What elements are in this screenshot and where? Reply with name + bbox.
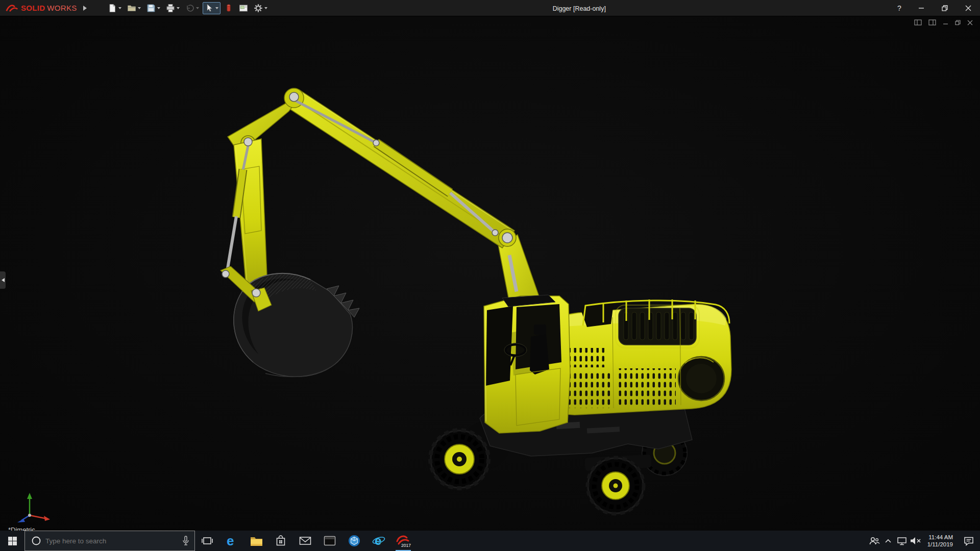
- open-document-button[interactable]: [125, 2, 143, 14]
- windows-taskbar: e e: [0, 531, 980, 551]
- dropdown-caret-icon[interactable]: [118, 7, 121, 9]
- new-document-icon: [108, 4, 117, 13]
- restore-button[interactable]: [933, 0, 957, 16]
- taskbar-app-window[interactable]: [317, 531, 342, 551]
- save-button[interactable]: [144, 2, 162, 14]
- document-title: Digger [Read-only]: [553, 5, 606, 12]
- drawing-sheet-icon: [239, 4, 248, 13]
- brand-text-works: WORKS: [47, 4, 77, 12]
- upper-body[interactable]: [542, 299, 731, 415]
- chevron-left-icon: [1, 278, 5, 283]
- select-cursor-icon: [205, 4, 214, 13]
- close-icon: [965, 5, 971, 11]
- cortana-circle-icon: [31, 536, 41, 546]
- minimize-icon: [943, 20, 948, 26]
- system-tray: 11:44 AM 1/11/2019: [868, 531, 980, 551]
- clock-date: 1/11/2019: [927, 541, 953, 548]
- svg-text:2017: 2017: [401, 543, 411, 548]
- open-folder-icon: [127, 4, 136, 13]
- dropdown-caret-icon[interactable]: [196, 7, 199, 9]
- front-wheel[interactable]: [428, 428, 491, 490]
- taskbar-app-edge[interactable]: e: [219, 531, 244, 551]
- task-view-button[interactable]: [195, 531, 219, 551]
- split-pane-right-icon: [928, 19, 936, 26]
- action-center-button[interactable]: [958, 531, 980, 551]
- dropdown-caret-icon[interactable]: [177, 7, 180, 9]
- gear-icon: [254, 4, 263, 13]
- task-view-icon: [202, 536, 213, 545]
- internet-explorer-icon: e: [372, 534, 386, 548]
- taskbar-clock[interactable]: 11:44 AM 1/11/2019: [923, 534, 958, 548]
- minimize-button[interactable]: [910, 0, 933, 16]
- undo-arrow-icon: [185, 4, 194, 13]
- printer-icon: [166, 4, 175, 13]
- mail-icon: [299, 536, 311, 545]
- solidworks-logo: SOLIDWORKS: [0, 4, 80, 13]
- search-input[interactable]: [45, 537, 177, 545]
- cab[interactable]: [484, 295, 570, 433]
- rear-wheel[interactable]: [586, 456, 645, 515]
- edge-icon: e: [225, 534, 239, 548]
- graphics-area[interactable]: *Dimetric: [0, 16, 980, 531]
- clock-time: 11:44 AM: [928, 534, 953, 541]
- volume-muted-icon: [910, 536, 922, 545]
- start-button[interactable]: [0, 531, 24, 551]
- menu-expand-arrow-icon[interactable]: [80, 5, 92, 11]
- engine-hood-ribs: [624, 312, 694, 340]
- svg-text:e: e: [227, 534, 234, 548]
- print-button[interactable]: [164, 2, 182, 14]
- dropdown-caret-icon[interactable]: [138, 7, 141, 9]
- viewport-flyout-tab[interactable]: [0, 271, 6, 289]
- taskbar-app-3d-viewer[interactable]: [342, 531, 366, 551]
- taskbar-app-mail[interactable]: [293, 531, 317, 551]
- dropdown-caret-icon[interactable]: [264, 7, 267, 9]
- split-pane-right-button[interactable]: [928, 19, 936, 26]
- 3d-viewer-icon: [348, 535, 360, 547]
- split-pane-left-button[interactable]: [914, 19, 922, 26]
- 3d-model-canvas[interactable]: [0, 16, 980, 531]
- drawing-sheet-button[interactable]: [237, 2, 250, 14]
- people-icon: [869, 536, 880, 545]
- close-button[interactable]: [957, 0, 980, 16]
- orientation-triad: [11, 490, 54, 523]
- taskbar-app-store[interactable]: [268, 531, 293, 551]
- windows-logo-icon: [8, 537, 17, 545]
- app-window-icon: [324, 536, 336, 546]
- network-button[interactable]: [895, 531, 909, 551]
- microphone-icon[interactable]: [182, 536, 189, 546]
- app-titlebar: SOLIDWORKS: [0, 0, 980, 16]
- minimize-icon: [918, 5, 924, 11]
- save-floppy-icon: [146, 4, 156, 13]
- doc-minimize-button[interactable]: [943, 20, 948, 26]
- ethernet-icon: [897, 537, 907, 545]
- brand-text-solid: SOLID: [21, 4, 45, 12]
- close-icon: [967, 20, 973, 26]
- chevron-up-icon: [885, 538, 892, 543]
- people-button[interactable]: [868, 531, 881, 551]
- dropdown-caret-icon[interactable]: [157, 7, 160, 9]
- file-explorer-icon: [250, 536, 263, 546]
- taskbar-app-solidworks-2017[interactable]: 2017: [391, 531, 415, 551]
- taskbar-app-internet-explorer[interactable]: e: [366, 531, 391, 551]
- view-orientation-label: *Dimetric: [8, 526, 35, 531]
- new-document-button[interactable]: [106, 2, 124, 14]
- restore-icon: [955, 20, 961, 26]
- dropdown-caret-icon[interactable]: [215, 7, 218, 9]
- document-window-controls: [914, 19, 973, 26]
- appearance-button[interactable]: [222, 2, 235, 14]
- taskbar-search[interactable]: [24, 531, 195, 551]
- tray-overflow-button[interactable]: [881, 531, 895, 551]
- volume-button[interactable]: [909, 531, 923, 551]
- solidworks-2017-icon: 2017: [395, 534, 411, 548]
- taskbar-app-file-explorer[interactable]: [244, 531, 268, 551]
- quick-access-toolbar: [106, 2, 270, 14]
- restore-icon: [942, 5, 948, 11]
- store-icon: [276, 535, 286, 546]
- options-button[interactable]: [252, 2, 270, 14]
- svg-text:e: e: [375, 534, 381, 547]
- select-tool-button[interactable]: [203, 2, 220, 14]
- help-button[interactable]: ?: [889, 0, 910, 16]
- doc-restore-button[interactable]: [955, 20, 961, 26]
- doc-close-button[interactable]: [967, 20, 973, 26]
- undo-button[interactable]: [183, 2, 201, 14]
